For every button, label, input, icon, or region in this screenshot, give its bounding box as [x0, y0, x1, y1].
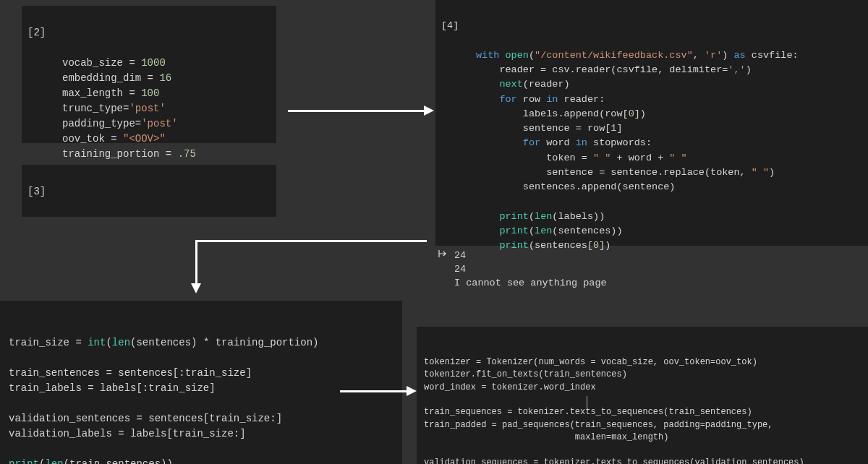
code-body: with open("/content/wikifeedback.csv", '…	[476, 48, 862, 254]
cell-prompt: [4]	[441, 19, 459, 33]
output-icon	[438, 249, 448, 263]
code-cell-tokenizer[interactable]: tokenizer = Tokenizer(num_words = vocab_…	[417, 327, 868, 464]
code-body: sentences = []labels = []stopwords = [ "…	[62, 215, 271, 217]
code-body: train_size = int(len(sentences) * traini…	[9, 335, 396, 464]
code-cell-train[interactable]: train_size = int(len(sentences) * traini…	[0, 301, 402, 464]
code-body: tokenizer = Tokenizer(num_words = vocab_…	[424, 356, 862, 464]
output-text: 24 24 I cannot see anything page	[454, 249, 607, 291]
cell-output-4: 24 24 I cannot see anything page	[438, 249, 868, 296]
cell-prompt: [2]	[27, 25, 46, 40]
code-cell-2[interactable]: [2] vocab_size = 1000embedding_dim = 16m…	[22, 6, 276, 143]
code-cell-4[interactable]: [4] with open("/content/wikifeedback.csv…	[435, 0, 868, 246]
text-cursor	[587, 396, 587, 408]
cell-prompt: [3]	[27, 184, 46, 199]
code-body: vocab_size = 1000embedding_dim = 16max_l…	[62, 56, 271, 162]
code-cell-3[interactable]: [3] sentences = []labels = []stopwords =…	[22, 165, 276, 217]
